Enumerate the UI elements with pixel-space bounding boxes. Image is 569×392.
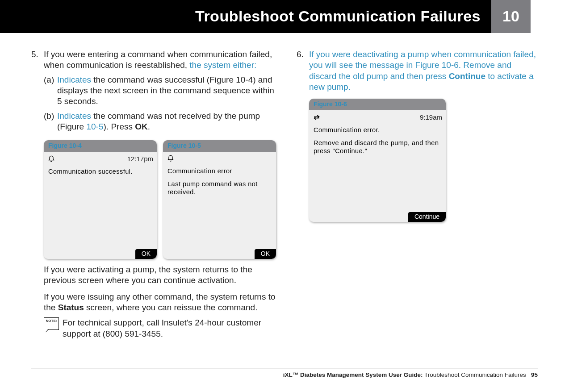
sub-b-rest-b: ). Press	[104, 122, 135, 131]
page-header: Troubleshoot Communication Failures 10	[0, 0, 569, 33]
para-other-command: If you were issuing any other command, t…	[44, 292, 276, 313]
bell-icon	[47, 155, 55, 163]
chapter-number: 10	[491, 0, 531, 33]
figure-10-5-caption: Figure 10-5	[163, 140, 276, 152]
figure-10-6: Figure 10-6 9:19am Communication error. …	[309, 99, 446, 222]
step-6: 6. If you were deactivating a pump when …	[297, 49, 538, 92]
step-number: 5.	[31, 49, 44, 132]
sub-b-body: Indicates the command was not received b…	[57, 111, 276, 133]
screen-body: Communication error. Remove and discard …	[309, 122, 446, 163]
figure-10-6-caption: Figure 10-6	[309, 99, 446, 110]
figure-10-5-screen: Communication error Last pump command wa…	[163, 152, 276, 259]
bell-icon	[167, 154, 175, 163]
step-6-body: If you were deactivating a pump when com…	[309, 49, 538, 92]
figures-row-left: Figure 10-4 12:17pm Communication succes…	[44, 140, 276, 259]
para2c: screen, where you can reissue the comman…	[84, 303, 258, 312]
note-row: NOTE: For technical support, call Insule…	[44, 317, 276, 339]
after-figures-block: If you were activating a pump, the syste…	[44, 264, 276, 313]
fig6-line2: Remove and discard the pump, and then pr…	[314, 139, 441, 155]
ok-button: OK	[135, 249, 157, 259]
step-number: 6.	[297, 49, 309, 92]
note-label: NOTE:	[46, 319, 57, 323]
figure-10-4: Figure 10-4 12:17pm Communication succes…	[44, 140, 157, 259]
step-5: 5. If you were entering a command when c…	[31, 49, 276, 132]
footer-page-number: 95	[531, 371, 538, 378]
footer-guide-name: iXL™ Diabetes Management System User Gui…	[283, 371, 423, 378]
fig6-line1: Communication error.	[314, 126, 441, 134]
sub-a-hl: Indicates	[57, 75, 91, 84]
main-content: 5. If you were entering a command when c…	[0, 33, 569, 339]
screen-time: 9:19am	[420, 113, 442, 121]
sub-a-label: (a)	[44, 75, 57, 107]
continue-button: Continue	[408, 212, 446, 222]
figure-10-6-wrap: Figure 10-6 9:19am Communication error. …	[309, 99, 538, 222]
substep-a: (a) Indicates the command was successful…	[44, 75, 276, 107]
sub-a-body: Indicates the command was successful (Fi…	[57, 75, 276, 107]
step5-text-b: the system either:	[189, 60, 256, 70]
figure-10-4-screen: 12:17pm Communication successful. OK	[44, 152, 157, 259]
screen-top-bar	[163, 152, 276, 163]
fig4-message: Communication successful.	[48, 167, 152, 176]
note-text: For technical support, call Insulet's 24…	[63, 317, 276, 339]
figure-10-4-caption: Figure 10-4	[44, 140, 157, 152]
sync-icon	[313, 113, 321, 121]
para-activating: If you were activating a pump, the syste…	[44, 264, 276, 286]
sub-b-rest-c: .	[148, 122, 150, 131]
step-body: If you were entering a command when comm…	[44, 49, 276, 132]
fig5-line1: Communication error	[167, 167, 272, 175]
screen-body: Communication successful.	[44, 164, 157, 184]
ok-button: OK	[255, 249, 276, 259]
chapter-title: Troubleshoot Communication Failures	[0, 7, 491, 26]
fig5-line2: Last pump command was not received.	[167, 180, 272, 196]
sub-b-link: 10-5	[86, 122, 103, 131]
sub-b-ok: OK	[135, 122, 148, 131]
figure-10-5: Figure 10-5 Communication error Last pum…	[163, 140, 276, 259]
screen-body: Communication error Last pump command wa…	[163, 163, 276, 204]
screen-time: 12:17pm	[127, 154, 153, 163]
left-column: 5. If you were entering a command when c…	[31, 49, 276, 339]
para2-status: Status	[58, 303, 84, 312]
screen-top-bar: 12:17pm	[44, 152, 157, 164]
screen-top-bar: 9:19am	[309, 110, 446, 122]
step6-continue: Continue	[449, 71, 485, 81]
substep-b: (b) Indicates the command was not receiv…	[44, 111, 276, 133]
header-spacer	[531, 0, 569, 33]
page-footer: iXL™ Diabetes Management System User Gui…	[31, 368, 538, 379]
figure-10-6-screen: 9:19am Communication error. Remove and d…	[309, 110, 446, 222]
footer-section: Troubleshoot Communication Failures	[423, 371, 526, 378]
sub-b-hl: Indicates	[57, 111, 91, 121]
right-column: 6. If you were deactivating a pump when …	[297, 49, 538, 339]
sub-b-label: (b)	[44, 111, 57, 133]
note-icon: NOTE:	[44, 317, 59, 330]
